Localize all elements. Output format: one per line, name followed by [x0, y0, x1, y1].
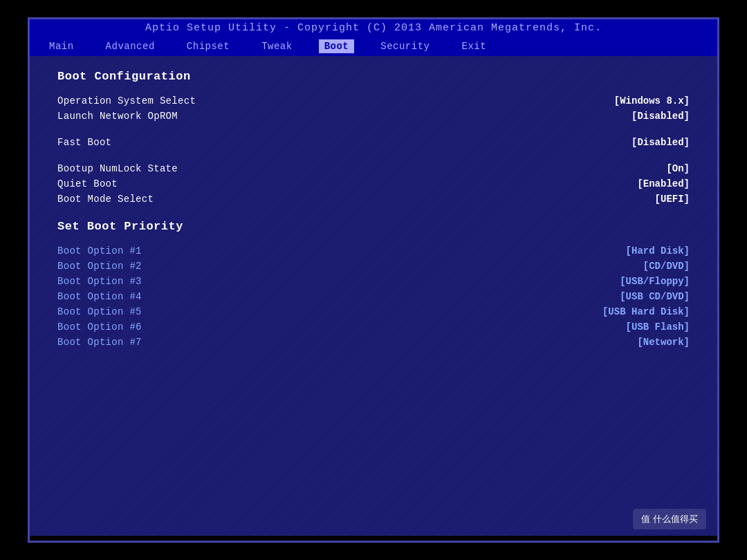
boot-option-row-2[interactable]: Boot Option #2 [CD/DVD]: [57, 261, 690, 272]
spacer3: [57, 209, 690, 220]
config2-label-0: Bootup NumLock State: [57, 163, 178, 174]
menu-bar: MainAdvancedChipsetTweakBootSecurityExit: [30, 37, 717, 56]
boot-option-row-3[interactable]: Boot Option #3 [USB/Floppy]: [57, 276, 690, 287]
config-row2-1: Quiet Boot [Enabled]: [57, 178, 690, 189]
boot-option-row-1[interactable]: Boot Option #1 [Hard Disk]: [57, 245, 690, 256]
boot-option-row-6[interactable]: Boot Option #6 [USB Flash]: [57, 321, 690, 333]
boot-option-value-7: [Network]: [637, 337, 690, 348]
boot-option-row-5[interactable]: Boot Option #5 [USB Hard Disk]: [57, 306, 690, 317]
config2-value-2: [UEFI]: [655, 194, 690, 205]
config2-label-2: Boot Mode Select: [57, 194, 154, 205]
boot-option-row-7[interactable]: Boot Option #7 [Network]: [57, 337, 690, 348]
boot-option-value-2: [CD/DVD]: [643, 261, 690, 272]
priority-title: Set Boot Priority: [57, 220, 690, 233]
watermark: 值 什么值得买: [633, 509, 706, 530]
config2-value-1: [Enabled]: [637, 178, 690, 189]
boot-option-label-4: Boot Option #4: [57, 291, 142, 302]
boot-option-label-1: Boot Option #1: [57, 245, 142, 256]
menu-item-exit[interactable]: Exit: [456, 39, 492, 53]
spacer1: [57, 126, 690, 137]
boot-option-value-4: [USB CD/DVD]: [620, 291, 690, 302]
config-row2-2: Boot Mode Select [UEFI]: [57, 194, 690, 205]
boot-option-value-3: [USB/Floppy]: [620, 276, 690, 287]
fast-boot-row: Fast Boot [Disabled]: [57, 137, 690, 148]
boot-option-row-4[interactable]: Boot Option #4 [USB CD/DVD]: [57, 291, 690, 302]
boot-option-label-2: Boot Option #2: [57, 261, 142, 272]
boot-option-label-7: Boot Option #7: [57, 337, 142, 348]
config-value-0: [Windows 8.x]: [614, 95, 690, 106]
boot-option-value-1: [Hard Disk]: [626, 245, 690, 256]
config-row-1: Launch Network OpROM [Disabled]: [57, 111, 690, 122]
fast-boot-value: [Disabled]: [631, 137, 690, 148]
boot-option-label-3: Boot Option #3: [57, 276, 142, 287]
boot-option-value-6: [USB Flash]: [626, 321, 690, 333]
boot-option-label-5: Boot Option #5: [57, 306, 142, 317]
config-label-0: Operation System Select: [57, 95, 196, 106]
title-bar: Aptio Setup Utility - Copyright (C) 2013…: [30, 19, 717, 37]
section1-title: Boot Configuration: [57, 70, 690, 83]
config2-value-0: [On]: [666, 163, 690, 174]
config-value-1: [Disabled]: [631, 111, 690, 122]
menu-item-main[interactable]: Main: [44, 39, 80, 53]
title-text: Aptio Setup Utility - Copyright (C) 2013…: [145, 22, 602, 34]
content-area: Boot Configuration Operation System Sele…: [30, 56, 717, 536]
config-row2-0: Bootup NumLock State [On]: [57, 163, 690, 174]
fast-boot-label: Fast Boot: [57, 137, 111, 148]
menu-item-advanced[interactable]: Advanced: [100, 39, 160, 53]
config2-label-1: Quiet Boot: [57, 178, 118, 189]
menu-item-security[interactable]: Security: [375, 39, 435, 53]
spacer2: [57, 152, 690, 163]
bios-screen: Aptio Setup Utility - Copyright (C) 2013…: [28, 17, 719, 543]
menu-item-boot[interactable]: Boot: [319, 39, 355, 53]
config-row-0: Operation System Select [Windows 8.x]: [57, 95, 690, 106]
boot-option-label-6: Boot Option #6: [57, 321, 142, 333]
config-label-1: Launch Network OpROM: [57, 111, 178, 122]
menu-item-tweak[interactable]: Tweak: [256, 39, 298, 53]
menu-item-chipset[interactable]: Chipset: [181, 39, 235, 53]
boot-option-value-5: [USB Hard Disk]: [602, 306, 690, 317]
